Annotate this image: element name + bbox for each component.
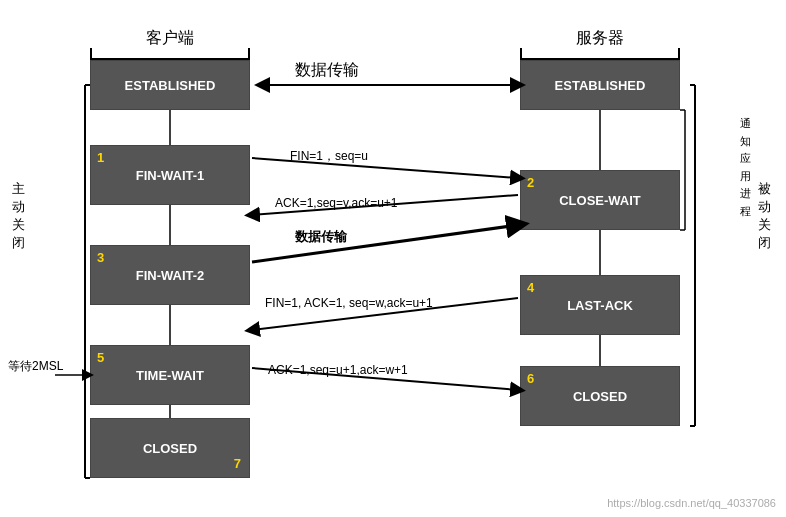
svg-line-3 — [252, 225, 518, 262]
watermark: https://blog.csdn.net/qq_40337086 — [607, 497, 776, 509]
data-transfer-label: 数据传输 — [295, 60, 359, 81]
client-established-box: ESTABLISHED — [90, 60, 250, 110]
server-bracket — [520, 48, 680, 60]
msg-fin1: FIN=1，seq=u — [290, 148, 368, 165]
msg-fin2: FIN=1, ACK=1, seq=w,ack=u+1 — [265, 296, 433, 310]
passive-close-label: 被 动 关 闭 — [758, 180, 771, 252]
client-bracket — [90, 48, 250, 60]
server-closed-box: 6 CLOSED — [520, 366, 680, 426]
notify-app-label: 通 知 应 用 进 程 — [740, 115, 751, 221]
diagram-container: 客户端 服务器 数据传输 ESTABLISHED 1 FIN-WAIT-1 3 … — [0, 0, 786, 517]
server-label: 服务器 — [520, 28, 680, 49]
fin-wait-2-box: 3 FIN-WAIT-2 — [90, 245, 250, 305]
server-established-box: ESTABLISHED — [520, 60, 680, 110]
last-ack-box: 4 LAST-ACK — [520, 275, 680, 335]
time-wait-box: 5 TIME-WAIT — [90, 345, 250, 405]
client-label: 客户端 — [90, 28, 250, 49]
active-close-label: 主 动 关 闭 — [12, 180, 25, 252]
close-wait-box: 2 CLOSE-WAIT — [520, 170, 680, 230]
msg-data-transfer: 数据传输 — [295, 228, 347, 246]
fin-wait-1-box: 1 FIN-WAIT-1 — [90, 145, 250, 205]
wait-2msl-label: 等待2MSL — [8, 358, 63, 375]
msg-ack1: ACK=1,seq=v,ack=u+1 — [275, 196, 398, 210]
msg-ack2: ACK=1,seq=u+1,ack=w+1 — [268, 363, 408, 377]
client-closed-box: CLOSED 7 — [90, 418, 250, 478]
